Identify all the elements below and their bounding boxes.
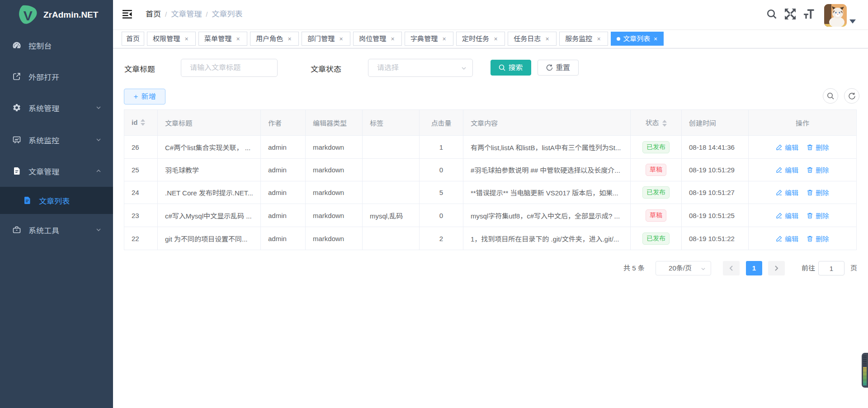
svg-text:V: V xyxy=(24,8,33,23)
